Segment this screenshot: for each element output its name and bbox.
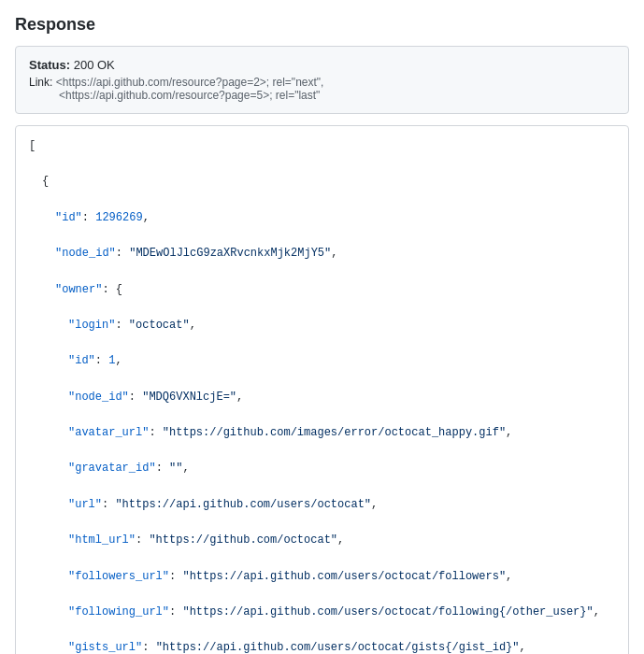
json-key-url: "url" [68,498,102,511]
json-val-url: "https://api.github.com/users/octocat" [115,498,371,511]
json-response-box: [ { "id": 1296269, "node_id": "MDEwOlJlc… [15,125,629,654]
link-next-value: <https://api.github.com/resource?page=2>… [56,76,324,89]
json-key-owner-id: "id" [68,354,95,367]
json-key-following-url: "following_url" [68,605,169,618]
json-val-avatar-url: "https://github.com/images/error/octocat… [163,426,506,439]
json-val-login: "octocat" [129,319,190,332]
json-key-owner: "owner" [55,283,102,296]
link-line: Link: <https://api.github.com/resource?p… [29,76,615,102]
json-key-id: "id" [55,211,82,224]
link-last-value: <https://api.github.com/resource?page=5>… [59,89,320,102]
page-container: Response Status: 200 OK Link: <https://a… [0,0,644,654]
json-key-html-url: "html_url" [68,533,136,547]
json-key-login: "login" [68,319,115,332]
json-val-following-url: "https://api.github.com/users/octocat/fo… [182,605,593,618]
response-meta-box: Status: 200 OK Link: <https://api.github… [15,46,629,114]
json-val-gravatar-id: "" [169,462,182,475]
page-title: Response [15,15,629,35]
json-key-gravatar-id: "gravatar_id" [68,462,156,475]
status-value: 200 OK [74,58,115,72]
status-line: Status: 200 OK [29,58,615,72]
json-val-html-url: "https://github.com/octocat" [149,533,337,547]
json-key-followers-url: "followers_url" [68,570,169,583]
json-key-node-id: "node_id" [55,247,116,260]
status-label: Status: [29,58,70,72]
link-label: Link: [29,76,52,89]
json-key-avatar-url: "avatar_url" [68,426,149,439]
json-val-owner-node-id: "MDQ6VXNlcjE=" [142,391,236,404]
json-val-gists-url: "https://api.github.com/users/octocat/gi… [156,641,520,654]
json-val-id: 1296269 [95,211,142,224]
json-key-owner-node-id: "node_id" [68,391,129,404]
json-key-gists-url: "gists_url" [68,641,142,654]
json-val-followers-url: "https://api.github.com/users/octocat/fo… [182,570,506,583]
json-val-node-id: "MDEwOlJlcG9zaXRvcnkxMjk2MjY5" [129,247,331,260]
